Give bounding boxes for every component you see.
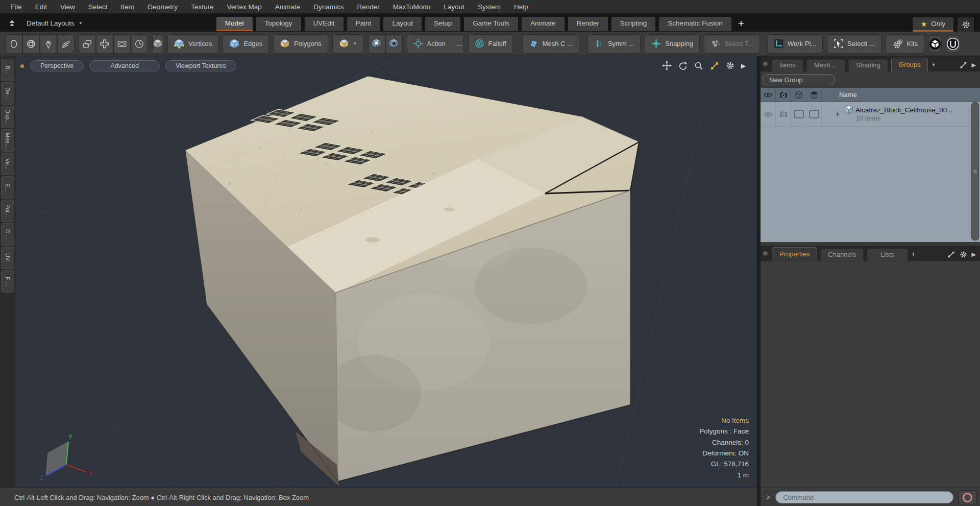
left-tab-edge[interactable]: E... [1,176,14,199]
panel-gear-icon[interactable] [960,251,967,258]
expand-panel-icon[interactable] [947,251,955,258]
tab-channels[interactable]: Channels [820,249,864,261]
center-mode-button[interactable] [369,35,385,53]
cube-display-button[interactable] [152,34,163,54]
zoom-icon[interactable] [694,61,703,70]
action-center-button[interactable]: Action... [407,34,464,54]
tab-setup[interactable]: Setup [425,17,460,31]
wire-cube-column-header[interactable] [791,88,806,102]
tab-paint[interactable]: Paint [347,17,380,31]
menu-item[interactable]: Item [114,3,141,11]
add-panel-tab-button[interactable]: + [911,249,916,258]
left-tab-vertex[interactable]: Ve... [1,153,14,175]
building-model[interactable] [185,76,639,486]
polygons-mode-button[interactable]: Polygons [273,34,328,54]
macro-record-button[interactable] [959,490,976,505]
left-tab-deform[interactable]: De... [1,82,14,105]
select-through-button[interactable]: Select T... [704,34,760,54]
panel-flyout-icon[interactable]: ▶ [972,62,976,68]
unreal-bridge-button[interactable] [946,35,960,53]
add-tab-button[interactable]: + [735,17,750,32]
group-row-alcatraz[interactable]: + Alcatraz_Block_Cellhouse_00 ... 20 Ite… [761,102,980,127]
viewport-3d[interactable]: Y X Z Perspective Advanced Viewport Text… [15,56,757,488]
menu-system[interactable]: System [471,3,507,11]
tab-layout[interactable]: Layout [383,17,422,31]
shape-tool-button[interactable] [114,35,130,53]
tab-animate[interactable]: Animate [522,17,565,31]
pan-icon[interactable] [662,61,672,70]
orbit-icon[interactable] [678,61,688,70]
ellipse-tool-button[interactable] [6,35,22,53]
snapping-button[interactable]: Snapping [645,34,700,54]
layout-popup-button[interactable] [5,17,18,29]
left-tab-curves[interactable]: C ... [1,223,14,246]
groups-list-scrollbar[interactable] [971,102,979,240]
panel-knob-icon[interactable] [763,62,768,67]
menu-geometry[interactable]: Geometry [141,3,184,11]
menu-animate[interactable]: Animate [268,3,307,11]
viewport-state-dot[interactable] [20,64,24,68]
tab-uvedit[interactable]: UVEdit [305,17,344,31]
row-checkbox-2[interactable] [806,102,822,126]
tab-shading[interactable]: Shading [848,59,888,71]
layout-switcher[interactable]: Default Layouts ▼ [27,19,83,27]
layers-tool-button[interactable] [79,35,95,53]
edges-mode-button[interactable]: Edges [223,34,269,54]
left-tab-duplicate[interactable]: Dup... [1,106,14,128]
selection-sets-button[interactable]: Selecti ... [827,34,881,54]
row-render-toggle[interactable] [776,102,791,126]
texture-mode-button[interactable]: Viewport Textures [165,60,236,71]
name-column-header[interactable]: Name [822,88,980,102]
tab-groups[interactable]: Groups [891,58,928,71]
menu-edit[interactable]: Edit [29,3,54,11]
left-tab-falloff[interactable]: F ... [1,270,14,293]
menu-render[interactable]: Render [351,3,386,11]
row-checkbox-1[interactable] [791,102,806,126]
left-tab-basic[interactable]: B... [1,59,14,81]
symmetry-button[interactable]: Symm ... [587,34,641,54]
tab-schematic-fusion[interactable]: Schematic Fusion [659,17,731,31]
menu-view[interactable]: View [54,3,82,11]
render-column-header[interactable] [776,88,791,102]
menu-maxtomodo[interactable]: MaxToModo [386,3,437,11]
tab-properties[interactable]: Properties [772,247,817,261]
menu-texture[interactable]: Texture [184,3,220,11]
viewport-flyout-icon[interactable]: ▶ [741,62,746,69]
mesh-constraint-button[interactable]: Mesh C ... [522,34,579,54]
falloff-button[interactable]: Falloff [468,34,513,54]
pin-tool-button[interactable] [40,35,57,53]
tab-render[interactable]: Render [568,17,608,31]
layout-settings-button[interactable] [958,17,974,32]
left-tab-uv[interactable]: UV. [1,247,14,269]
tab-mesh-ops[interactable]: Mesh ... [806,59,845,71]
maximize-icon[interactable] [710,61,719,70]
panel-knob-icon[interactable] [763,251,768,256]
menu-file[interactable]: File [4,3,29,11]
box-logo-button[interactable] [928,35,942,53]
tab-lists[interactable]: Lists [867,249,908,261]
left-tab-mesh[interactable]: Mes... [1,129,14,152]
left-tab-polygon[interactable]: Pol... [1,200,14,222]
visibility-column-header[interactable] [761,88,776,102]
work-plane-button[interactable]: Work Pl... [767,34,823,54]
tab-model[interactable]: Model [216,17,253,31]
vertices-mode-button[interactable]: Vertices [167,34,218,54]
menu-select[interactable]: Select [82,3,114,11]
time-tool-button[interactable] [131,35,148,53]
chevron-down-icon[interactable]: ▼ [931,62,936,67]
new-group-button[interactable]: New Group [763,74,835,85]
tab-topology[interactable]: Topology [256,17,301,31]
panel-flyout-icon[interactable]: ▶ [972,251,976,258]
kits-button[interactable]: Kits [886,34,925,54]
items-mode-dropdown[interactable]: ▼ [332,34,364,54]
expand-panel-icon[interactable] [960,61,967,69]
shading-mode-button[interactable]: Advanced [89,60,160,71]
viewport-settings-gear-icon[interactable] [726,61,734,70]
tab-scripting[interactable]: Scripting [611,17,656,31]
sphere-tool-button[interactable] [23,35,39,53]
view-mode-button[interactable]: Perspective [30,60,84,71]
tab-items[interactable]: Items [772,59,803,71]
pivot-mode-button[interactable] [386,35,402,53]
viewport-canvas[interactable]: Y X Z [15,56,757,488]
row-visibility-toggle[interactable] [761,102,776,126]
